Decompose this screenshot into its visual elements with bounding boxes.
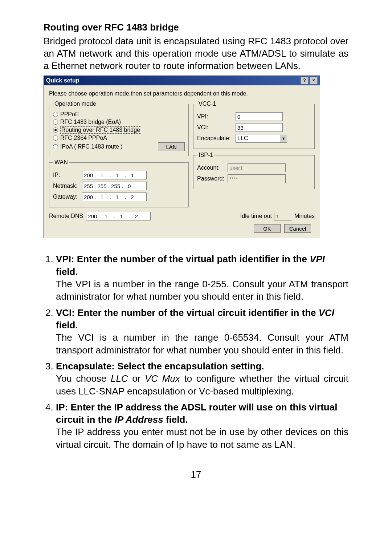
wan-gateway-input[interactable] [82,193,147,201]
i2-head-b: VCI [319,307,334,318]
i2-head-c: field. [56,320,78,331]
radio-pppoe[interactable] [53,112,58,117]
i3-head: Encapsulate: Select the encapsulation se… [56,361,264,372]
lan-button[interactable]: LAN [158,142,185,151]
password-input [228,174,286,183]
i4-body: The IP address you enter must not be in … [56,426,348,451]
section-heading: Routing over RFC 1483 bridge [44,22,348,33]
list-item: VCI: Enter the number of the virtual cir… [56,307,348,356]
vcc-legend: VCC-1 [197,101,217,107]
instruction-list: VPI: Enter the number of the virtual pat… [44,253,348,451]
wan-netmask-input[interactable] [82,182,147,190]
radio-routing-label: Routing over RFC 1483 bridge [60,126,141,134]
radio-rfc1483[interactable] [53,119,58,125]
vpi-input[interactable] [236,112,283,121]
chevron-down-icon: ▼ [280,135,287,142]
quick-setup-dialog: Quick setup ? × Please choose operation … [44,76,320,238]
remote-dns-label: Remote DNS [49,213,83,219]
intro-paragraph: Bridged protocol data unit is encapsulat… [44,35,348,72]
i4-head-c: field. [163,414,188,425]
radio-rfc2364[interactable] [53,135,58,141]
dialog-title: Quick setup [46,77,79,84]
wan-legend: WAN [53,159,69,166]
i2-body: The VCI is a number in the range 0-65534… [56,331,348,356]
wan-ip-input[interactable] [82,171,147,179]
operation-mode-group: Operation mode PPPoE RFC 1483 bridge (Eo… [49,101,189,156]
idle-timeout-label: Idle time out [240,213,272,219]
close-icon[interactable]: × [310,77,318,84]
radio-rfc2364-label: RFC 2364 PPPoA [60,135,107,141]
account-input [228,163,286,172]
i3-body-c: or [128,373,145,384]
vpi-label: VPI: [197,113,233,120]
radio-rfc1483-label: RFC 1483 bridge (EoA) [60,119,121,125]
remote-dns-input[interactable] [86,212,151,220]
i1-body: The VPI is a number in the range 0-255. … [56,278,348,303]
radio-pppoe-label: PPPoE [60,111,79,118]
i4-head-b: IP Address [115,414,163,425]
page-number: 17 [44,469,348,480]
help-icon[interactable]: ? [301,77,309,84]
i3-body-a: You choose [56,373,111,384]
isp-group: ISP-1 Account: Password: [193,152,315,189]
vcc-group: VCC-1 VPI: VCI: Encapsulate: LLC [193,101,315,149]
list-item: VPI: Enter the number of the virtual pat… [56,253,348,303]
wan-ip-label: IP: [53,172,80,178]
wan-group: WAN IP: Netmask: Gateway: [49,159,189,207]
ok-button[interactable]: OK [254,224,281,233]
i3-body-b: LLC [111,373,128,384]
idle-timeout-input [274,212,292,220]
dialog-instruction: Please choose operation mode,then set pa… [49,90,315,97]
i2-head-a: VCI: Enter the number of the virtual cir… [56,307,319,318]
encapsulate-value: LLC [236,135,280,142]
list-item: IP: Enter the IP address the ADSL router… [56,401,348,451]
i3-body-d: VC Mux [145,373,180,384]
operation-mode-legend: Operation mode [53,101,98,107]
wan-gateway-label: Gateway: [53,194,80,200]
wan-netmask-label: Netmask: [53,183,80,189]
i1-head-b: VPI [310,254,325,264]
i1-head-c: field. [56,266,78,277]
radio-routing[interactable] [53,127,58,133]
cancel-button[interactable]: Cancel [284,224,311,233]
i1-head-a: VPI: Enter the number of the virtual pat… [56,254,310,264]
password-label: Password: [197,175,225,182]
radio-ipoa[interactable] [53,144,58,149]
account-label: Account: [197,165,225,171]
idle-timeout-unit: Minutes [294,213,315,219]
list-item: Encapsulate: Select the encapsulation se… [56,360,348,397]
encapsulate-label: Encapsulate: [197,135,233,142]
titlebar: Quick setup ? × [44,76,320,85]
isp-legend: ISP-1 [197,152,215,158]
vci-input[interactable] [236,123,283,132]
encapsulate-select[interactable]: LLC ▼ [236,134,287,143]
radio-ipoa-label: IPoA ( RFC 1483 route ) [60,143,123,150]
i4-head-a: IP: Enter the IP address the ADSL router… [56,402,337,425]
vci-label: VCI: [197,124,233,131]
